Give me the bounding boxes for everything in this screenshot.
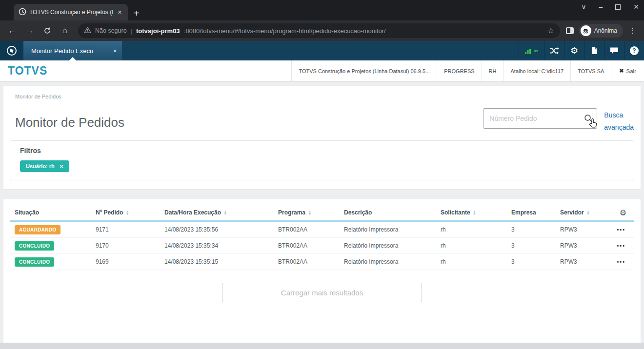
chip-close-icon[interactable]: ✕ — [60, 164, 63, 169]
totvs-logo-icon[interactable] — [0, 41, 23, 60]
app-tab-monitor-pedido[interactable]: Monitor Pedido Execu ✕ — [23, 41, 122, 60]
browser-titlebar: TOTVS Construção e Projetos (Li ✕ + ∨ – … — [0, 0, 644, 20]
browser-tab[interactable]: TOTVS Construção e Projetos (Li ✕ — [14, 4, 128, 20]
url-host: totvsjoi-prm03 — [136, 27, 180, 35]
profile-label: Anônima — [594, 27, 617, 34]
column-label: Programa — [278, 209, 305, 216]
new-tab-button[interactable]: + — [134, 8, 140, 18]
address-divider: | — [131, 27, 132, 35]
sort-icon[interactable]: ▴▾ — [126, 210, 128, 215]
minimize-icon[interactable]: – — [599, 3, 603, 11]
header-local-shortcut: Atalho local: C:\dlc117 — [503, 60, 570, 81]
app-header: TOTVS TOTVS Construção e Projetos (Linha… — [0, 60, 644, 82]
cell-programa: BTR002AA — [278, 258, 344, 265]
column-label: Situação — [15, 209, 39, 216]
cell-servidor: RPW3 — [560, 226, 614, 233]
cell-empresa: 3 — [511, 242, 560, 249]
sort-icon[interactable]: ▴▾ — [474, 210, 476, 215]
address-bar[interactable]: Não seguro | totvsjoi-prm03 :8080/totvs-… — [78, 23, 560, 38]
table-row[interactable]: CONCLUIDO 9169 14/08/2023 15:35:15 BTR00… — [10, 254, 634, 270]
app-tab-close-icon[interactable]: ✕ — [113, 48, 117, 54]
security-label[interactable]: Não seguro — [95, 27, 127, 34]
column-label: Solicitante — [441, 209, 470, 216]
row-actions-icon[interactable]: ••• — [614, 259, 629, 265]
cell-pedido: 9170 — [96, 242, 164, 249]
totvs-wordmark: TOTVS — [0, 60, 47, 81]
help-icon[interactable]: ? — [624, 41, 644, 60]
breadcrumb[interactable]: Monitor de Pedidos — [3, 92, 641, 99]
column-header-programa[interactable]: Programa▴▾ — [278, 209, 344, 216]
app-bar-spacer — [122, 41, 519, 60]
shuffle-icon[interactable] — [544, 41, 564, 60]
filter-chip-usuario[interactable]: Usuário: rh ✕ — [20, 160, 69, 172]
profile-badge[interactable]: Anônima — [579, 24, 623, 38]
browser-toolbar: ← → ⌂ Não seguro | totvsjoi-prm03 :8080/… — [0, 20, 644, 41]
column-header-solicitante[interactable]: Solicitante▴▾ — [441, 209, 511, 216]
load-more-button[interactable]: Carregar mais resultados — [222, 283, 422, 302]
forward-icon[interactable]: → — [22, 23, 37, 38]
sort-icon[interactable]: ▴▾ — [587, 210, 589, 215]
table-row[interactable]: CONCLUIDO 9170 14/08/2023 15:35:34 BTR00… — [10, 238, 634, 254]
reload-icon[interactable] — [40, 23, 55, 38]
section-gap — [3, 189, 641, 199]
favicon-clock-icon — [19, 8, 26, 17]
tab-search-chevron-icon[interactable]: ∨ — [581, 3, 586, 11]
column-header-servidor[interactable]: Servidor▴▾ — [560, 209, 614, 216]
latency-label: 0s — [534, 49, 538, 53]
title-row: Monitor de Pedidos Busca avançada — [3, 99, 641, 136]
advanced-search-link[interactable]: Busca avançada — [604, 109, 634, 134]
exit-button[interactable]: ✖ Sair — [611, 60, 644, 81]
search-zone: Busca avançada — [483, 108, 634, 134]
column-header-data-hora[interactable]: Data/Hora Execução▴▾ — [164, 209, 278, 216]
sort-icon[interactable]: ▴▾ — [224, 210, 226, 215]
row-actions-icon[interactable]: ••• — [614, 227, 629, 233]
sort-icon[interactable]: ▴▾ — [309, 210, 311, 215]
header-product-name: TOTVS Construção e Projetos (Linha Datas… — [291, 60, 437, 81]
exit-label: Sair — [626, 68, 636, 74]
advanced-search-line1: Busca — [604, 109, 634, 121]
bookmark-star-icon[interactable]: ☆ — [547, 26, 554, 35]
column-label: Descrição — [344, 209, 372, 216]
row-actions-icon[interactable]: ••• — [614, 243, 629, 249]
page-title: Monitor de Pedidos — [15, 115, 124, 130]
maximize-icon[interactable] — [615, 4, 621, 10]
column-label: Empresa — [511, 209, 536, 216]
mouse-cursor-hand — [587, 118, 599, 132]
search-wrap — [483, 108, 597, 129]
column-label: Data/Hora Execução — [164, 209, 221, 216]
browser-tab-title: TOTVS Construção e Projetos (Li — [29, 9, 113, 16]
home-icon[interactable]: ⌂ — [58, 23, 72, 38]
cell-solicitante: rh — [441, 258, 511, 265]
network-status-indicator[interactable]: 0s — [519, 41, 544, 60]
table-row[interactable]: AGUARDANDO 9171 14/08/2023 15:35:56 BTR0… — [10, 222, 634, 238]
app-tab-bar: Monitor Pedido Execu ✕ 0s ⚙ ? — [0, 41, 644, 60]
cell-data-hora: 14/08/2023 15:35:56 — [164, 226, 278, 233]
cell-descricao: Relatório Impressora — [344, 242, 441, 249]
column-header-empresa[interactable]: Empresa — [511, 209, 560, 216]
back-icon[interactable]: ← — [5, 23, 20, 38]
search-input[interactable] — [483, 108, 597, 129]
side-panel-icon[interactable] — [566, 27, 574, 34]
document-icon[interactable] — [584, 41, 604, 60]
cell-servidor: RPW3 — [560, 258, 614, 265]
column-header-situacao[interactable]: Situação — [15, 209, 96, 216]
cell-descricao: Relatório Impressora — [344, 258, 441, 265]
header-spacer — [47, 60, 291, 81]
app-tab-label: Monitor Pedido Execu — [31, 47, 109, 55]
cell-empresa: 3 — [511, 226, 560, 233]
table-settings-icon[interactable]: ⚙ — [614, 208, 629, 217]
not-secure-warning-icon — [84, 26, 91, 35]
close-icon[interactable]: ✕ — [633, 3, 639, 11]
settings-gear-icon[interactable]: ⚙ — [564, 41, 584, 60]
cell-data-hora: 14/08/2023 15:35:34 — [164, 242, 278, 249]
page-content: Monitor de Pedidos Monitor de Pedidos Bu… — [0, 82, 644, 349]
column-header-pedido[interactable]: Nº Pedido▴▾ — [96, 209, 164, 216]
chat-icon[interactable] — [604, 41, 624, 60]
filter-chip-label: Usuário: rh — [26, 163, 55, 169]
browser-menu-icon[interactable]: ⋮ — [626, 26, 639, 35]
column-header-descricao[interactable]: Descrição — [344, 209, 441, 216]
tab-close-icon[interactable]: ✕ — [116, 9, 124, 16]
title-panel: Monitor de Pedidos Monitor de Pedidos Bu… — [3, 86, 641, 189]
status-badge: CONCLUIDO — [15, 241, 54, 251]
header-user: RH — [482, 60, 503, 81]
